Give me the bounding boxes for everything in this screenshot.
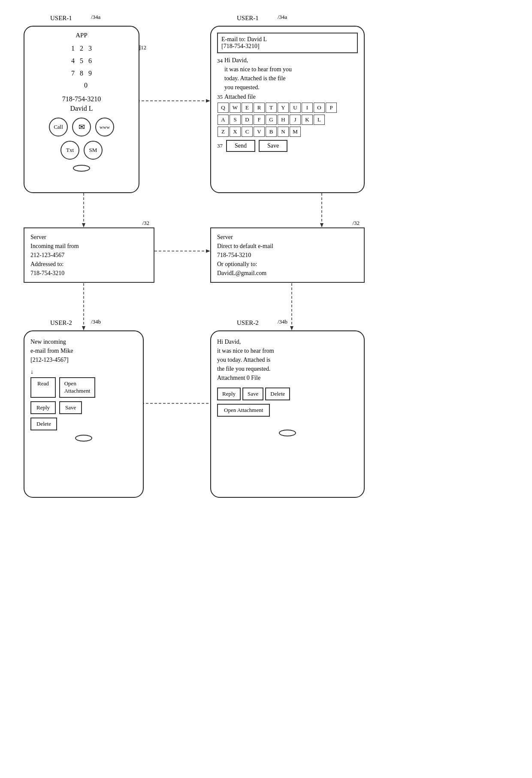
keyboard-row3: ZXCVBNM [217,126,358,137]
svg-marker-7 [206,249,210,253]
key-A[interactable]: A [218,115,229,125]
key-P[interactable]: P [326,103,337,113]
www-button[interactable]: www [95,118,114,136]
bottom-right-user-label: USER-2 [237,319,259,327]
send-button[interactable]: Send [226,140,255,152]
email-to: E-mail to: David L [221,36,354,43]
keyboard-row2: ASDFGHJKL [217,114,358,125]
save-button-bottom-left[interactable]: Save [59,401,82,414]
key-U[interactable]: U [290,103,301,113]
key-X[interactable]: X [230,127,241,137]
home-button-bottom-right[interactable] [279,430,296,436]
top-left-ref: /34a [91,14,100,21]
keypad-row1: 1 2 3 [30,42,133,55]
top-right-ref: /34a [278,14,287,21]
bottom-left-user-label: USER-2 [50,319,72,327]
server-to-num: 718-754-3210 [30,269,148,278]
key-W[interactable]: W [230,103,241,113]
server-default-num: 718-754-3210 [217,251,358,260]
button-row-1: Call ✉ www [30,117,133,137]
key-D[interactable]: D [242,115,253,125]
reply-save-row: Reply Save [30,401,137,414]
svg-marker-3 [320,223,323,227]
key-N[interactable]: N [278,127,289,137]
reply-button-br[interactable]: Reply [217,387,241,400]
read-button[interactable]: Read [30,377,56,398]
key-L[interactable]: L [314,115,325,125]
arrow-indicator: ↓ [30,369,137,375]
key-H[interactable]: H [278,115,289,125]
phone-number: 718-754-3210 [30,95,133,103]
bottom-left-device: USER-2 /34b New incominge-mail from Mike… [24,330,144,498]
server-ref-right: /32 [352,219,360,227]
server-direct: Direct to default e-mail [217,242,358,251]
key-R[interactable]: R [254,103,265,113]
server-label-right: Server [217,233,358,242]
send-save-row: 37 Send Save [217,140,358,152]
key-M[interactable]: M [290,127,301,137]
key-I[interactable]: I [302,103,313,113]
keyboard-row1: QWERTYUIOP [217,102,358,113]
bottom-left-ref: /34b [91,318,101,325]
bottom-right-device: USER-2 /34b Hi David, it was nice to hea… [210,330,365,498]
keypad-ref: ⌋12 [139,42,146,52]
server-incoming: Incoming mail from [30,242,148,251]
key-Q[interactable]: Q [218,103,229,113]
home-button-bottom-left[interactable] [75,435,92,442]
key-V[interactable]: V [254,127,265,137]
key-C[interactable]: C [242,127,253,137]
delete-button-br[interactable]: Delete [265,387,290,400]
key-O[interactable]: O [314,103,325,113]
save-button[interactable]: Save [259,140,287,152]
key-Y[interactable]: Y [278,103,289,113]
top-right-device: USER-1 /34a E-mail to: David L [718-754-… [210,26,365,193]
server-label-left: Server [30,233,148,242]
key-E[interactable]: E [242,103,253,113]
key-T[interactable]: T [266,103,277,113]
ref-37-label: 37 [217,142,223,149]
top-left-user-label: USER-1 [50,15,72,22]
server-email: DavidL@gmail.com [217,269,358,278]
open-attachment-button-br[interactable]: Open Attachment [217,404,270,417]
key-B[interactable]: B [266,127,277,137]
key-G[interactable]: G [266,115,277,125]
server-from-num: 212-123-4567 [30,251,148,260]
top-right-user-label: USER-1 [237,15,259,22]
email-button[interactable]: ✉ [72,118,91,136]
home-button[interactable] [73,165,90,172]
middle-left-server: /32 Server Incoming mail from 212-123-45… [24,227,154,283]
svg-marker-11 [290,326,293,330]
svg-marker-1 [206,99,210,103]
email-number: [718-754-3210] [221,43,354,50]
delete-row: Delete [30,418,137,430]
server-optional: Or optionally to: [217,260,358,269]
open-attachment-button[interactable]: OpenAttachment [59,377,96,398]
incoming-message: New incominge-mail from Mike[212-123-456… [30,337,137,364]
key-F[interactable]: F [254,115,265,125]
reply-button[interactable]: Reply [30,401,56,414]
key-S[interactable]: S [230,115,241,125]
keypad-row3: 7 8 9 [30,67,133,80]
txt-button[interactable]: Txt [60,141,79,160]
contact-name: David L [30,105,133,112]
key-J[interactable]: J [290,115,301,125]
open-attachment-row-br: Open Attachment [217,404,358,417]
keypad: 1 2 3 4 5 6 7 8 9 0 ⌋12 [30,42,133,92]
bottom-right-ref: /34b [278,318,287,325]
key-Z[interactable]: Z [218,127,229,137]
svg-marker-5 [82,223,85,227]
keypad-row4: 0 [30,79,133,92]
sm-button[interactable]: SM [84,141,103,160]
app-label: APP [30,32,133,39]
server-addressed: Addressed to: [30,260,148,269]
key-K[interactable]: K [302,115,313,125]
email-header-box: E-mail to: David L [718-754-3210] [217,33,358,53]
ref-34-label: 34 [217,58,223,64]
save-button-br[interactable]: Save [242,387,263,400]
top-left-device: USER-1 /34a APP 1 2 3 4 5 6 7 8 9 0 ⌋12 … [24,26,139,193]
delete-button[interactable]: Delete [30,418,57,430]
server-ref-left: /32 [142,219,149,227]
call-button[interactable]: Call [49,118,68,136]
svg-marker-9 [82,326,85,330]
ref-35-label: 35 [217,94,223,100]
